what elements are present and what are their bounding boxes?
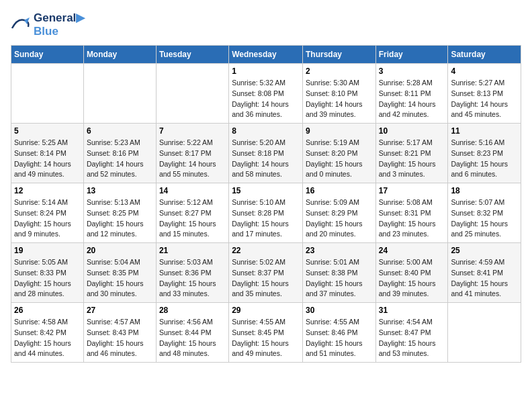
day-info: Sunrise: 4:57 AM Sunset: 8:43 PM Dayligh… [87, 317, 153, 359]
day-number: 28 [159, 306, 226, 315]
page-header: General▶ Blue [11, 11, 521, 38]
weekday-header-cell: Friday [375, 46, 448, 64]
day-number: 9 [306, 126, 373, 136]
day-info: Sunrise: 5:28 AM Sunset: 8:11 PM Dayligh… [379, 78, 445, 120]
day-number: 25 [451, 246, 518, 255]
calendar-cell: 3Sunrise: 5:28 AM Sunset: 8:11 PM Daylig… [375, 64, 448, 124]
calendar-cell: 24Sunrise: 5:00 AM Sunset: 8:40 PM Dayli… [375, 243, 448, 303]
calendar-cell: 26Sunrise: 4:58 AM Sunset: 8:42 PM Dayli… [11, 303, 84, 363]
calendar-cell: 14Sunrise: 5:12 AM Sunset: 8:27 PM Dayli… [156, 183, 228, 243]
calendar-cell: 29Sunrise: 4:55 AM Sunset: 8:45 PM Dayli… [229, 303, 303, 363]
day-info: Sunrise: 5:17 AM Sunset: 8:21 PM Dayligh… [379, 138, 445, 180]
calendar-cell: 28Sunrise: 4:56 AM Sunset: 8:44 PM Dayli… [156, 303, 228, 363]
day-info: Sunrise: 5:07 AM Sunset: 8:32 PM Dayligh… [451, 197, 518, 240]
calendar-cell: 2Sunrise: 5:30 AM Sunset: 8:10 PM Daylig… [302, 64, 375, 124]
day-number: 15 [232, 186, 300, 195]
calendar-cell: 7Sunrise: 5:22 AM Sunset: 8:17 PM Daylig… [156, 124, 228, 183]
calendar-body: 1Sunrise: 5:32 AM Sunset: 8:08 PM Daylig… [11, 64, 521, 363]
day-number: 23 [306, 246, 373, 255]
day-info: Sunrise: 5:02 AM Sunset: 8:37 PM Dayligh… [232, 257, 300, 300]
day-number: 18 [451, 186, 518, 195]
weekday-header-cell: Thursday [302, 46, 375, 64]
calendar-cell [448, 303, 521, 363]
day-info: Sunrise: 5:32 AM Sunset: 8:08 PM Dayligh… [232, 78, 300, 120]
day-info: Sunrise: 5:01 AM Sunset: 8:38 PM Dayligh… [306, 257, 373, 300]
day-number: 24 [379, 246, 445, 255]
calendar-cell: 15Sunrise: 5:10 AM Sunset: 8:28 PM Dayli… [229, 183, 303, 243]
day-info: Sunrise: 5:10 AM Sunset: 8:28 PM Dayligh… [232, 197, 300, 240]
calendar-cell: 5Sunrise: 5:25 AM Sunset: 8:14 PM Daylig… [11, 124, 84, 183]
calendar-cell [156, 64, 228, 124]
day-info: Sunrise: 4:54 AM Sunset: 8:47 PM Dayligh… [379, 317, 445, 359]
day-number: 14 [159, 186, 226, 195]
weekday-header-cell: Tuesday [156, 46, 228, 64]
calendar-week-row: 19Sunrise: 5:05 AM Sunset: 8:33 PM Dayli… [11, 243, 521, 303]
day-number: 11 [451, 126, 518, 136]
day-number: 1 [232, 66, 300, 76]
calendar-cell: 11Sunrise: 5:16 AM Sunset: 8:23 PM Dayli… [448, 124, 521, 183]
day-number: 30 [306, 306, 373, 315]
calendar-cell: 22Sunrise: 5:02 AM Sunset: 8:37 PM Dayli… [229, 243, 303, 303]
day-number: 29 [232, 306, 300, 315]
calendar-cell: 8Sunrise: 5:20 AM Sunset: 8:18 PM Daylig… [229, 124, 303, 183]
day-number: 2 [306, 66, 373, 76]
day-info: Sunrise: 4:55 AM Sunset: 8:46 PM Dayligh… [306, 317, 373, 359]
day-info: Sunrise: 5:22 AM Sunset: 8:17 PM Dayligh… [159, 138, 226, 180]
day-info: Sunrise: 4:56 AM Sunset: 8:44 PM Dayligh… [159, 317, 226, 359]
day-number: 22 [232, 246, 300, 255]
day-number: 17 [379, 186, 445, 195]
calendar-cell: 9Sunrise: 5:19 AM Sunset: 8:20 PM Daylig… [302, 124, 375, 183]
calendar-cell: 1Sunrise: 5:32 AM Sunset: 8:08 PM Daylig… [229, 64, 303, 124]
calendar-week-row: 5Sunrise: 5:25 AM Sunset: 8:14 PM Daylig… [11, 124, 521, 183]
calendar-cell: 16Sunrise: 5:09 AM Sunset: 8:29 PM Dayli… [302, 183, 375, 243]
calendar-cell: 17Sunrise: 5:08 AM Sunset: 8:31 PM Dayli… [375, 183, 448, 243]
weekday-header-cell: Wednesday [229, 46, 303, 64]
day-info: Sunrise: 5:27 AM Sunset: 8:13 PM Dayligh… [451, 78, 518, 120]
day-info: Sunrise: 5:25 AM Sunset: 8:14 PM Dayligh… [14, 138, 81, 180]
calendar-cell: 18Sunrise: 5:07 AM Sunset: 8:32 PM Dayli… [448, 183, 521, 243]
calendar-cell: 23Sunrise: 5:01 AM Sunset: 8:38 PM Dayli… [302, 243, 375, 303]
calendar-cell: 20Sunrise: 5:04 AM Sunset: 8:35 PM Dayli… [83, 243, 156, 303]
day-info: Sunrise: 5:16 AM Sunset: 8:23 PM Dayligh… [451, 138, 518, 180]
day-info: Sunrise: 5:30 AM Sunset: 8:10 PM Dayligh… [306, 78, 373, 120]
calendar-cell: 13Sunrise: 5:13 AM Sunset: 8:25 PM Dayli… [83, 183, 156, 243]
day-info: Sunrise: 5:00 AM Sunset: 8:40 PM Dayligh… [379, 257, 445, 300]
calendar-cell: 27Sunrise: 4:57 AM Sunset: 8:43 PM Dayli… [83, 303, 156, 363]
calendar-cell: 31Sunrise: 4:54 AM Sunset: 8:47 PM Dayli… [375, 303, 448, 363]
day-number: 12 [14, 186, 81, 195]
calendar-cell: 30Sunrise: 4:55 AM Sunset: 8:46 PM Dayli… [302, 303, 375, 363]
logo: General▶ Blue [11, 11, 85, 38]
day-number: 8 [232, 126, 300, 136]
day-number: 26 [14, 306, 81, 315]
calendar-cell [83, 64, 156, 124]
weekday-header-cell: Monday [83, 46, 156, 64]
calendar-cell: 19Sunrise: 5:05 AM Sunset: 8:33 PM Dayli… [11, 243, 84, 303]
day-number: 21 [159, 246, 226, 255]
calendar-cell: 6Sunrise: 5:23 AM Sunset: 8:16 PM Daylig… [83, 124, 156, 183]
day-info: Sunrise: 5:14 AM Sunset: 8:24 PM Dayligh… [14, 197, 81, 240]
day-number: 10 [379, 126, 445, 136]
day-info: Sunrise: 5:04 AM Sunset: 8:35 PM Dayligh… [87, 257, 153, 300]
day-number: 3 [379, 66, 445, 76]
weekday-header-cell: Sunday [11, 46, 84, 64]
day-info: Sunrise: 4:58 AM Sunset: 8:42 PM Dayligh… [14, 317, 81, 359]
day-number: 7 [159, 126, 226, 136]
day-number: 19 [14, 246, 81, 255]
weekday-header-row: SundayMondayTuesdayWednesdayThursdayFrid… [11, 46, 521, 64]
day-info: Sunrise: 5:09 AM Sunset: 8:29 PM Dayligh… [306, 197, 373, 240]
calendar-table: SundayMondayTuesdayWednesdayThursdayFrid… [11, 45, 521, 363]
day-number: 4 [451, 66, 518, 76]
day-info: Sunrise: 5:03 AM Sunset: 8:36 PM Dayligh… [159, 257, 226, 300]
calendar-week-row: 12Sunrise: 5:14 AM Sunset: 8:24 PM Dayli… [11, 183, 521, 243]
day-info: Sunrise: 4:55 AM Sunset: 8:45 PM Dayligh… [232, 317, 300, 359]
logo-text: General▶ Blue [34, 11, 85, 38]
day-number: 16 [306, 186, 373, 195]
day-info: Sunrise: 5:08 AM Sunset: 8:31 PM Dayligh… [379, 197, 445, 240]
calendar-cell: 10Sunrise: 5:17 AM Sunset: 8:21 PM Dayli… [375, 124, 448, 183]
day-number: 13 [87, 186, 153, 195]
day-info: Sunrise: 5:23 AM Sunset: 8:16 PM Dayligh… [87, 138, 153, 180]
calendar-cell: 4Sunrise: 5:27 AM Sunset: 8:13 PM Daylig… [448, 64, 521, 124]
calendar-cell [11, 64, 84, 124]
day-number: 20 [87, 246, 153, 255]
calendar-cell: 12Sunrise: 5:14 AM Sunset: 8:24 PM Dayli… [11, 183, 84, 243]
